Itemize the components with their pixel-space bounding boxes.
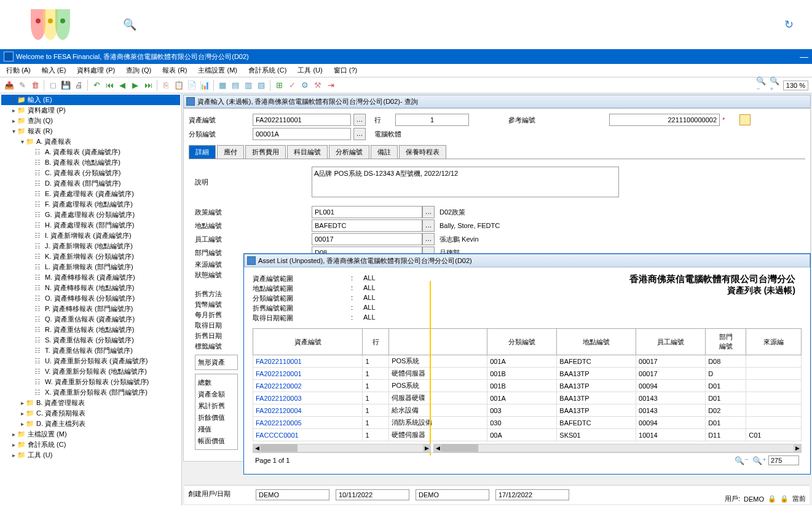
asset-no-lookup[interactable]: … [353, 114, 366, 126]
table-row[interactable]: FA20221100011POS系統001ABAFEDTC00017D08 [253, 355, 802, 368]
menu-item[interactable]: 報表 (R) [160, 65, 189, 76]
pager-zoom-in-icon[interactable]: 🔍⁺ [752, 456, 767, 465]
menu-item[interactable]: 窗口 (?) [331, 65, 360, 76]
emp-lookup[interactable]: … [422, 233, 435, 245]
save-icon[interactable]: 💾 [60, 80, 71, 91]
menu-item[interactable]: 工具 (U) [295, 65, 325, 76]
edit-icon[interactable]: ✎ [17, 80, 28, 91]
tab[interactable]: 分析編號 [329, 145, 369, 159]
tree-report-item[interactable]: ☷M. 資產轉移報表 (資產編號序) [1, 272, 180, 283]
column-header[interactable]: 部門編號 [706, 329, 746, 355]
tree-report-item[interactable]: ☷F. 資產處理報表 (地點編號序) [1, 199, 180, 210]
tree-asset-reports[interactable]: ▾📁A. 資產報表 [1, 136, 180, 147]
doc1-icon[interactable]: 📋 [173, 80, 184, 91]
menu-item[interactable]: 輸入 (E) [39, 65, 69, 76]
loc-lookup[interactable]: … [422, 219, 435, 232]
tree-report-item[interactable]: ☷I. 資產新增報表 (資產編號序) [1, 231, 180, 241]
tab[interactable]: 備註 [371, 145, 398, 159]
next-icon[interactable]: ▶ [130, 80, 141, 91]
tab[interactable]: 折舊費用 [245, 145, 286, 159]
export-icon[interactable]: 📤 [4, 80, 15, 91]
undo-icon[interactable]: ↶ [91, 80, 102, 91]
tree-b-group[interactable]: ▸📁B. 資產管理報表 [1, 398, 180, 408]
tree-report-item[interactable]: ☷C. 資產報表 (分類編號序) [1, 168, 180, 178]
table-row[interactable]: FA20221200021POS系統001BBAA13TP00094D01 [253, 380, 802, 392]
approve-icon[interactable]: ✓ [286, 80, 298, 91]
emp-input[interactable] [312, 233, 422, 245]
page-input[interactable] [768, 455, 799, 465]
column-header[interactable] [389, 329, 487, 355]
doc2-icon[interactable]: 📄 [186, 80, 197, 91]
tree-report-item[interactable]: ☷O. 資產轉移報表 (分類編號序) [1, 293, 180, 304]
ref-input[interactable] [609, 114, 720, 126]
modify-user-input[interactable] [416, 489, 489, 500]
exit-icon[interactable]: ⇥ [325, 80, 336, 91]
new-icon[interactable]: ◻ [47, 80, 58, 91]
column-header[interactable]: 分類編號 [487, 329, 557, 355]
grid2-icon[interactable]: ▤ [230, 80, 241, 91]
copy-icon[interactable]: ⎘ [160, 80, 171, 91]
line-input[interactable] [395, 114, 469, 126]
tree-d-group[interactable]: ▸📁D. 資產主檔列表 [1, 419, 180, 429]
menu-item[interactable]: 行動 (A) [4, 65, 33, 76]
refresh-icon[interactable]: ↻ [784, 18, 794, 31]
zoom-in-icon[interactable]: 🔍⁺ [770, 80, 781, 91]
tree-report-item[interactable]: ☷G. 資產處理報表 (分類編號序) [1, 210, 180, 220]
table-row[interactable]: FA20221200011硬體伺服器001BBAA13TP00017D [253, 368, 802, 380]
tool1-icon[interactable]: ⚙ [299, 80, 310, 91]
modify-date-input[interactable] [495, 489, 569, 500]
column-header[interactable]: 行 [363, 329, 389, 355]
cat-lookup[interactable]: … [353, 128, 366, 140]
tree-process[interactable]: ▸📁資料處理 (P) [1, 105, 180, 116]
tree-report-item[interactable]: ☷X. 資產重新分類報表 (部門編號序) [1, 387, 180, 398]
prev-icon[interactable]: ◀ [117, 80, 128, 91]
tree-c-group[interactable]: ▸📁C. 資產預期報表 [1, 408, 180, 419]
tree-report[interactable]: ▾📁報表 (R) [1, 126, 180, 136]
delete-icon[interactable]: 🗑 [30, 80, 41, 91]
policy-input[interactable] [312, 206, 422, 218]
tree-report-item[interactable]: ☷B. 資產報表 (地點編號序) [1, 157, 180, 168]
tree-report-item[interactable]: ☷S. 資產重估報表 (分類編號序) [1, 335, 180, 345]
menu-item[interactable]: 會計系統 (C) [246, 65, 289, 76]
tree-report-item[interactable]: ☷T. 資產重估報表 (部門編號序) [1, 345, 180, 356]
tree-report-item[interactable]: ☷R. 資產重估報表 (地點編號序) [1, 325, 180, 335]
column-header[interactable]: 來源編 [746, 329, 802, 355]
column-header[interactable]: 資產編號 [253, 329, 363, 355]
tab[interactable]: 科目編號 [287, 145, 328, 159]
document-icon[interactable] [739, 114, 751, 125]
tree-tools[interactable]: ▸📁工具 (U) [1, 450, 180, 460]
tree-report-item[interactable]: ☷V. 資產重新分類報表 (地點編號序) [1, 366, 180, 377]
tree-report-item[interactable]: ☷E. 資產處理報表 (資產編號序) [1, 189, 180, 199]
tree-master[interactable]: ▸📁主檔設置 (M) [1, 429, 180, 439]
tool2-icon[interactable]: ⚒ [312, 80, 323, 91]
first-icon[interactable]: ⏮ [104, 80, 115, 91]
search-icon[interactable]: 🔍 [123, 18, 136, 31]
tree-report-item[interactable]: ☷N. 資產轉移報表 (地點編號序) [1, 283, 180, 293]
policy-lookup[interactable]: … [422, 206, 435, 218]
tree-report-item[interactable]: ☷Q. 資產重估報表 (資產編號序) [1, 314, 180, 325]
print-icon[interactable]: 🖨 [73, 80, 84, 91]
tree-report-item[interactable]: ☷H. 資產處理報表 (部門編號序) [1, 220, 180, 231]
table-row[interactable]: FA20221200031伺服器硬碟001ABAA13TP00143D01 [253, 392, 802, 404]
table-row[interactable]: FA20221200041給水設備003BAA13TP00143D02 [253, 404, 802, 417]
tree-query[interactable]: ▸📁查詢 (Q) [1, 116, 180, 126]
cat-input[interactable] [253, 128, 351, 140]
loc-input[interactable] [312, 219, 422, 232]
pager-zoom-out-icon[interactable]: 🔍⁻ [735, 456, 749, 465]
menu-item[interactable]: 查詢 (Q) [124, 65, 154, 76]
menu-item[interactable]: 資料處理 (P) [74, 65, 117, 76]
create-date-input[interactable] [336, 489, 409, 500]
create-user-input[interactable] [256, 489, 329, 500]
zoom-out-icon[interactable]: 🔍⁻ [756, 80, 767, 91]
tree-report-item[interactable]: ☷U. 資產重新分類報表 (資產編號序) [1, 356, 180, 366]
grid3-icon[interactable]: ▥ [243, 80, 254, 91]
scroll-right[interactable]: ◀▶ [433, 444, 802, 452]
tab[interactable]: 保養時程表 [399, 145, 446, 159]
tab[interactable]: 詳細 [189, 145, 216, 159]
tree-report-item[interactable]: ☷L. 資產新增報表 (部門編號序) [1, 262, 180, 272]
tree-report-item[interactable]: ☷J. 資產新增報表 (地點編號序) [1, 241, 180, 251]
column-header[interactable]: 員工編號 [636, 329, 706, 355]
scroll-left[interactable]: ◀▶ [253, 444, 431, 452]
tree-report-item[interactable]: ☷A. 資產報表 (資產編號序) [1, 147, 180, 157]
last-icon[interactable]: ⏭ [143, 80, 154, 91]
